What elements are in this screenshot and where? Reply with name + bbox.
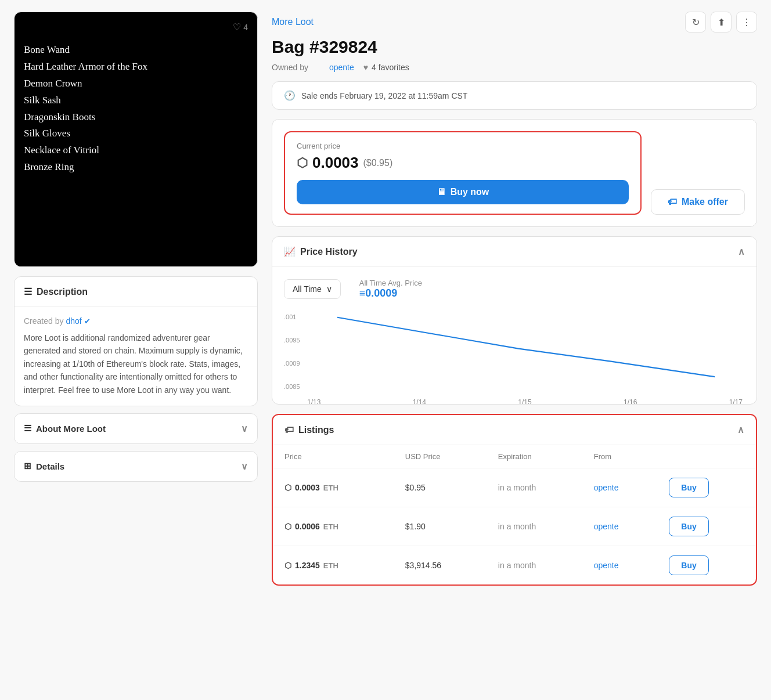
about-accordion: ☰ About More Loot ∨ xyxy=(14,413,258,444)
make-offer-button[interactable]: 🏷 Make offer xyxy=(651,189,745,215)
buy-button-0[interactable]: Buy xyxy=(669,478,708,497)
collection-breadcrumb[interactable]: More Loot xyxy=(272,17,314,27)
share-icon: ⬆ xyxy=(718,17,725,28)
table-header-row: Price USD Price Expiration From xyxy=(273,445,756,468)
price-chart: .001 .0095 .0009 .0085 1/13 1/14 1/15 1/… xyxy=(284,311,745,392)
details-accordion: ⊞ Details ∨ xyxy=(14,451,258,482)
time-filter-select[interactable]: All Time ∨ xyxy=(284,279,341,299)
col-price: Price xyxy=(273,445,394,468)
listings-header: 🏷 Listings ∧ xyxy=(273,415,756,445)
current-price-box: Current price ⬡ 0.0003 ($0.95) 🖥 Buy now xyxy=(284,131,642,215)
description-text: More Loot is additional randomized adven… xyxy=(24,331,248,396)
eth-unit-0: ETH xyxy=(323,483,338,492)
owned-by-label: Owned by xyxy=(272,63,308,72)
price-eth-0: 0.0003 xyxy=(295,483,320,492)
buy-now-button[interactable]: 🖥 Buy now xyxy=(297,180,629,204)
buy-icon: 🖥 xyxy=(437,187,446,197)
price-eth: 0.0003 xyxy=(312,154,359,172)
nft-item: Hard Leather Armor of the Fox xyxy=(24,59,248,75)
about-title: About More Loot xyxy=(36,424,106,434)
description-card: ☰ Description Created by dhof ✔ More Loo… xyxy=(14,276,258,406)
seller-link-2[interactable]: opente xyxy=(594,561,619,570)
owner-link[interactable]: opente xyxy=(329,63,354,72)
price-eth-1: 0.0006 xyxy=(295,522,320,531)
col-usd-price: USD Price xyxy=(394,445,487,468)
avg-price-value: ≡0.0009 xyxy=(359,287,422,300)
page-header: More Loot ↻ ⬆ ⋮ xyxy=(272,12,757,33)
cell-usd-0: $0.95 xyxy=(394,468,487,507)
eth-small-icon-0: ⬡ xyxy=(284,483,291,492)
listings-table: Price USD Price Expiration From ⬡ 0.0003… xyxy=(273,445,756,584)
cell-price-2: ⬡ 1.2345 ETH xyxy=(273,546,394,585)
price-value: ⬡ 0.0003 ($0.95) xyxy=(297,154,629,172)
created-by: Created by dhof ✔ xyxy=(24,316,248,326)
price-history-title: Price History xyxy=(300,247,358,257)
pricing-section: Current price ⬡ 0.0003 ($0.95) 🖥 Buy now xyxy=(272,119,757,227)
nft-items-list: Bone WandHard Leather Armor of the FoxDe… xyxy=(24,42,248,176)
favorites-heart-icon: ♥ xyxy=(363,63,368,72)
price-usd: ($0.95) xyxy=(363,158,393,168)
ownership-row: Owned by opente ♥ 4 favorites xyxy=(272,63,757,72)
refresh-button[interactable]: ↻ xyxy=(685,12,706,33)
sale-ends-text: Sale ends February 19, 2022 at 11:59am C… xyxy=(301,91,467,100)
time-filter-value: All Time xyxy=(293,284,322,294)
table-row: ⬡ 1.2345 ETH $3,914.56 in a month opente… xyxy=(273,546,756,585)
seller-link-1[interactable]: opente xyxy=(594,522,619,531)
table-row: ⬡ 0.0006 ETH $1.90 in a month opente Buy xyxy=(273,507,756,546)
y-label-2: .0095 xyxy=(284,337,300,344)
eth-small-icon-1: ⬡ xyxy=(284,522,291,531)
nft-item: Silk Sash xyxy=(24,92,248,109)
price-eth-2: 1.2345 xyxy=(295,561,320,570)
avg-price-box: All Time Avg. Price ≡0.0009 xyxy=(359,279,422,300)
favorite-button[interactable]: ♡ 4 xyxy=(233,21,248,33)
buy-button-2[interactable]: Buy xyxy=(669,555,708,575)
description-lines-icon: ☰ xyxy=(24,286,32,297)
cell-from-2: opente xyxy=(582,546,658,585)
cell-from-0: opente xyxy=(582,468,658,507)
more-options-button[interactable]: ⋮ xyxy=(736,12,757,33)
details-accordion-header[interactable]: ⊞ Details ∨ xyxy=(15,452,257,481)
y-axis-labels: .001 .0095 .0009 .0085 xyxy=(284,311,300,392)
chart-icon: 📈 xyxy=(284,246,296,257)
cell-expiry-1: in a month xyxy=(487,507,582,546)
nft-item: Silk Gloves xyxy=(24,125,248,142)
favorites-row: ♥ 4 favorites xyxy=(363,63,409,72)
favorites-count: 4 favorites xyxy=(372,63,409,72)
header-actions: ↻ ⬆ ⋮ xyxy=(685,12,757,33)
col-expiration: Expiration xyxy=(487,445,582,468)
buy-button-1[interactable]: Buy xyxy=(669,517,708,536)
nft-item: Bronze Ring xyxy=(24,159,248,176)
eth-small-icon-2: ⬡ xyxy=(284,561,291,570)
col-from: From xyxy=(582,445,658,468)
listings-chevron-icon: ∧ xyxy=(737,424,744,435)
price-history-header: 📈 Price History ∧ xyxy=(272,237,756,267)
table-row: ⬡ 0.0003 ETH $0.95 in a month opente Buy xyxy=(273,468,756,507)
seller-link-0[interactable]: opente xyxy=(594,483,619,492)
select-chevron-icon: ∨ xyxy=(326,284,332,294)
y-label-4: .0085 xyxy=(284,383,300,390)
heart-count: 4 xyxy=(243,23,248,32)
share-button[interactable]: ⬆ xyxy=(711,12,732,33)
y-label-3: .0009 xyxy=(284,360,300,367)
nft-item: Dragonskin Boots xyxy=(24,109,248,126)
creator-link[interactable]: dhof xyxy=(66,316,81,326)
about-accordion-header[interactable]: ☰ About More Loot ∨ xyxy=(15,414,257,443)
eth-icon: ⬡ xyxy=(297,156,308,171)
sale-banner: 🕐 Sale ends February 19, 2022 at 11:59am… xyxy=(272,81,757,110)
refresh-icon: ↻ xyxy=(692,17,700,28)
listings-tag-icon: 🏷 xyxy=(284,425,294,435)
x-label-1: 1/13 xyxy=(307,398,320,405)
clock-icon: 🕐 xyxy=(284,90,296,101)
cell-from-1: opente xyxy=(582,507,658,546)
cell-expiry-2: in a month xyxy=(487,546,582,585)
eth-unit-2: ETH xyxy=(323,561,338,570)
details-chevron-icon: ∨ xyxy=(241,461,248,472)
x-label-4: 1/16 xyxy=(624,398,637,405)
price-label: Current price xyxy=(297,142,629,150)
chart-svg xyxy=(284,311,745,392)
listings-title: Listings xyxy=(298,425,334,435)
dots-icon: ⋮ xyxy=(742,17,751,28)
heart-icon: ♡ xyxy=(233,21,241,33)
description-title: Description xyxy=(37,287,88,297)
listings-card: 🏷 Listings ∧ Price USD Price Expiration … xyxy=(272,414,757,586)
